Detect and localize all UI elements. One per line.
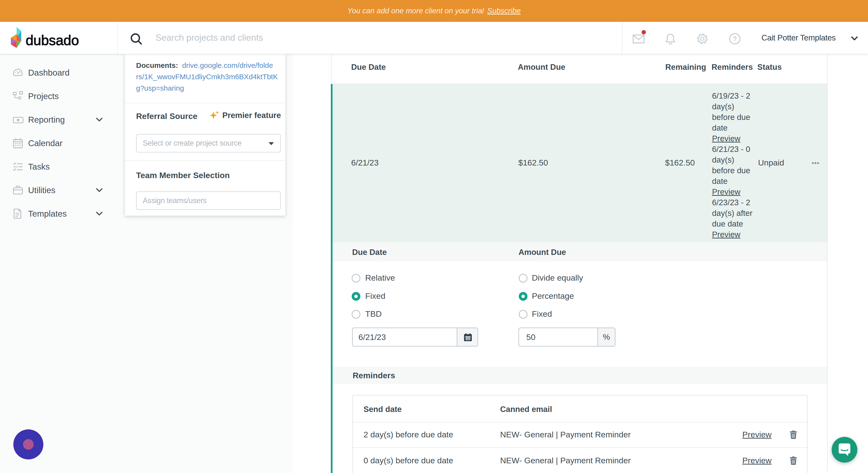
svg-text:?: ?	[733, 35, 737, 42]
